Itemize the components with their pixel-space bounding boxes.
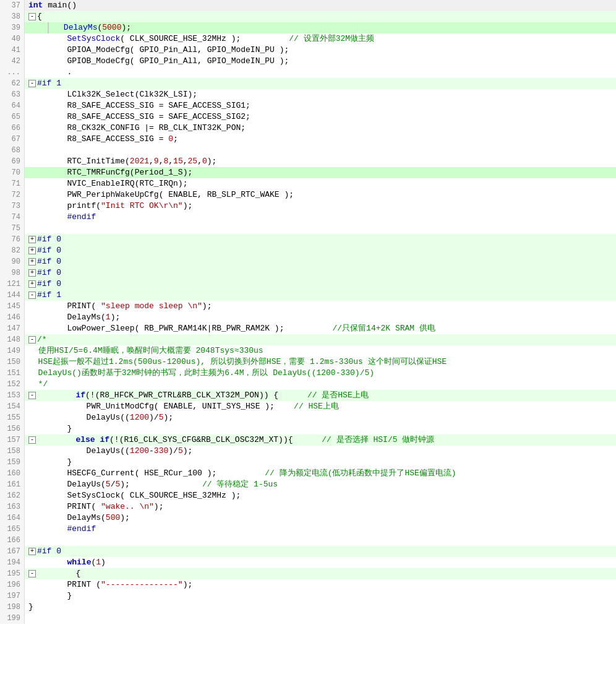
line-number: 153 [0,390,25,401]
line-content: RTC_InitTime(2021,9,8,15,25,0); [25,156,616,167]
line-content: } [25,423,616,434]
line-number: 73 [0,201,25,212]
line-number: 155 [0,412,25,423]
line-content: +#if 0 [25,267,616,279]
line-number: 151 [0,368,25,379]
line-content: PWR_UnitModCfg( ENABLE, UNIT_SYS_HSE ); … [25,401,616,412]
code-line: 159 } [0,457,616,468]
code-line: 154 PWR_UnitModCfg( ENABLE, UNIT_SYS_HSE… [0,401,616,412]
code-line: 98+#if 0 [0,267,616,279]
code-line: 194 while(1) [0,557,616,568]
code-line: 62-#if 1 [0,78,616,89]
code-line: 90+#if 0 [0,256,616,267]
line-number: ... [0,67,25,78]
line-number: 144 [0,290,25,301]
line-content: #endif [25,524,616,535]
line-content: HSE起振一般不超过1.2ms(500us-1200us), 所以切换到外部HS… [25,356,616,368]
line-content: PRINT( "wake.. \n"); [25,501,616,512]
line-content: - else if(!(R16_CLK_SYS_CFG&RB_CLK_OSC32… [25,434,616,446]
line-content: } [25,590,616,602]
line-content [25,223,616,234]
code-line: 121+#if 0 [0,279,616,290]
line-content: +#if 0 [25,279,616,290]
line-number: 66 [0,123,25,134]
line-number: 41 [0,45,25,56]
line-number: 159 [0,457,25,468]
line-content: DelayUs()函数时基于32M时钟的书写，此时主频为6.4M，所以 Dela… [25,368,616,379]
line-number: 72 [0,189,25,201]
line-content: -#if 1 [25,290,616,301]
line-number: 71 [0,178,25,189]
line-content: DelayMs(1); [25,312,616,323]
line-content: DelayUs((1200)/5); [25,412,616,423]
line-number: 196 [0,579,25,590]
line-number: 65 [0,111,25,123]
code-line: 42 GPIOB_ModeCfg( GPIO_Pin_All, GPIO_Mod… [0,56,616,67]
line-number: 64 [0,100,25,111]
code-line: 144-#if 1 [0,290,616,301]
code-line: 161 DelayUs(5/5); // 等待稳定 1-5us [0,479,616,490]
line-content: LowPower_Sleep( RB_PWR_RAM14K|RB_PWR_RAM… [25,323,616,334]
code-line: 156 } [0,423,616,434]
code-line: 160 HSECFG_Current( HSE_RCur_100 ); // 降… [0,468,616,479]
line-content: SetSysClock( CLK_SOURCE_HSE_32MHz ); [25,490,616,501]
line-number: 69 [0,156,25,167]
line-content: +#if 0 [25,245,616,256]
line-content: SetSysClock( CLK_SOURCE_HSE_32MHz ); // … [25,33,616,45]
code-line: 39 DelayMs(5000); [0,22,616,33]
code-line: 166 [0,535,616,546]
code-line: 64 R8_SAFE_ACCESS_SIG = SAFE_ACCESS_SIG1… [0,100,616,111]
code-line: 65 R8_SAFE_ACCESS_SIG = SAFE_ACCESS_SIG2… [0,111,616,123]
line-number: 150 [0,356,25,368]
line-content: NVIC_EnableIRQ(RTC_IRQn); [25,178,616,189]
code-line: 152 */ [0,379,616,390]
line-number: 166 [0,535,25,546]
line-number: 148 [0,334,25,345]
line-content: R8_SAFE_ACCESS_SIG = SAFE_ACCESS_SIG2; [25,111,616,123]
code-line: 63 LClk32K_Select(Clk32K_LSI); [0,89,616,100]
line-content: +#if 0 [25,234,616,245]
code-line: 197 } [0,590,616,602]
code-line: 167+#if 0 [0,546,616,557]
line-number: 70 [0,167,25,178]
line-content: GPIOA_ModeCfg( GPIO_Pin_All, GPIO_ModeIN… [25,45,616,56]
line-content: } [25,457,616,468]
line-content: R8_SAFE_ACCESS_SIG = SAFE_ACCESS_SIG1; [25,100,616,111]
code-line: 41 GPIOA_ModeCfg( GPIO_Pin_All, GPIO_Mod… [0,45,616,56]
code-line: 150 HSE起振一般不超过1.2ms(500us-1200us), 所以切换到… [0,356,616,368]
code-line: 37int main() [0,0,616,11]
code-line: 153- if(!(R8_HFCK_PWR_CTRL&RB_CLK_XT32M_… [0,390,616,401]
line-number: 156 [0,423,25,434]
code-line: 198} [0,602,616,613]
line-number: 82 [0,245,25,256]
line-content: - { [25,568,616,579]
line-number: 167 [0,546,25,557]
line-content: DelayUs(5/5); // 等待稳定 1-5us [25,479,616,490]
line-number: 74 [0,212,25,223]
code-line: 157- else if(!(R16_CLK_SYS_CFG&RB_CLK_OS… [0,434,616,446]
line-number: 199 [0,613,25,624]
line-number: 154 [0,401,25,412]
code-line: 147 LowPower_Sleep( RB_PWR_RAM14K|RB_PWR… [0,323,616,334]
line-number: 157 [0,434,25,446]
line-content: while(1) [25,557,616,568]
code-line: 74 #endif [0,212,616,223]
line-content: HSECFG_Current( HSE_RCur_100 ); // 降为额定电… [25,468,616,479]
code-line: 38-{ [0,11,616,22]
line-number: 121 [0,279,25,290]
line-content: RTC_TMRFunCfg(Period_1_S); [25,167,616,178]
code-line: 148-/* [0,334,616,345]
code-line: 164 DelayMs(500); [0,512,616,524]
line-number: 149 [0,345,25,356]
code-line: 68 [0,145,616,156]
code-line: 75 [0,223,616,234]
line-content [25,613,616,624]
code-line: 165 #endif [0,524,616,535]
line-content: DelayUs((1200-330)/5); [25,446,616,457]
line-number: 194 [0,557,25,568]
line-number: 163 [0,501,25,512]
line-number: 146 [0,312,25,323]
code-line: 82+#if 0 [0,245,616,256]
line-number: 160 [0,468,25,479]
line-content: +#if 0 [25,256,616,267]
